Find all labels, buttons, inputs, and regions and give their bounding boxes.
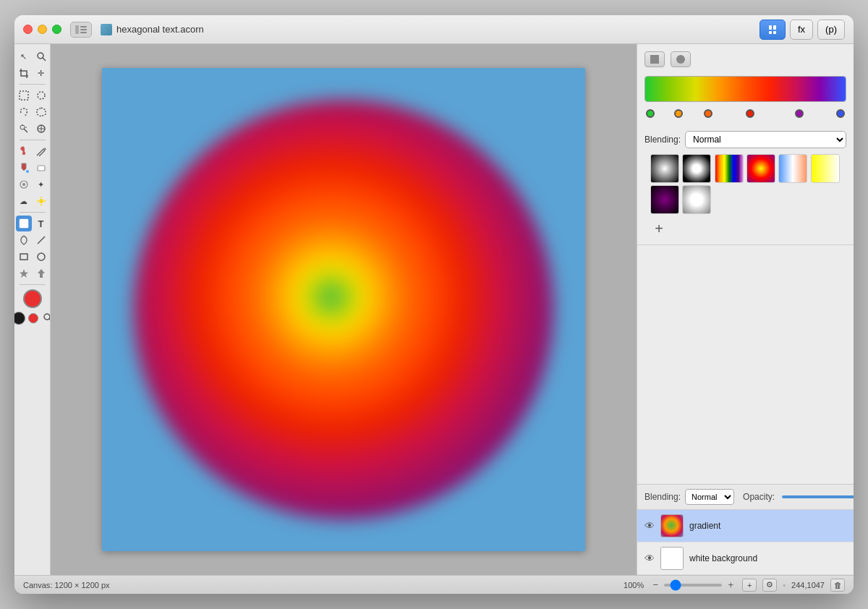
stop-marker-0[interactable]	[646, 109, 655, 118]
primary-color-swatch[interactable]	[23, 289, 42, 308]
tool-zoom[interactable]	[33, 48, 49, 64]
tool-magic-wand[interactable]	[16, 121, 32, 137]
statusbar: Canvas: 1200 × 1200 px 100% − + + ⚙ • 24…	[14, 575, 854, 594]
coordinates: 244,1047	[791, 581, 825, 589]
script-label: (p)	[825, 24, 837, 35]
zoom-slider-container: − +	[650, 579, 736, 590]
canvas-area[interactable]	[51, 44, 637, 575]
tools-panel-button[interactable]	[760, 20, 786, 40]
tool-paint-bucket[interactable]	[16, 160, 32, 176]
tool-rect-select[interactable]	[16, 88, 32, 103]
add-preset-button[interactable]: +	[650, 220, 668, 237]
script-button[interactable]: (p)	[817, 20, 845, 40]
left-toolbar: ↖ ✛	[14, 44, 51, 575]
preset-2[interactable]	[682, 154, 711, 183]
sidebar-toggle-button[interactable]	[70, 22, 92, 38]
minimize-button[interactable]	[38, 25, 47, 34]
maximize-button[interactable]	[52, 25, 61, 34]
secondary-color-swatch[interactable]	[14, 312, 25, 325]
tool-lighten[interactable]	[33, 193, 49, 209]
zoom-tool-small[interactable]	[43, 312, 51, 325]
tool-lasso[interactable]	[16, 104, 32, 120]
svg-line-9	[43, 58, 46, 61]
stop-marker-4[interactable]	[795, 109, 804, 118]
preset-3[interactable]	[715, 154, 744, 183]
stop-marker-3[interactable]	[746, 109, 754, 118]
tool-sparkle[interactable]: ✦	[33, 176, 49, 192]
stop-marker-2[interactable]	[704, 109, 712, 118]
tool-ellipse-select[interactable]	[33, 88, 49, 103]
canvas[interactable]	[102, 68, 585, 551]
tool-ellipse-draw[interactable]	[33, 249, 49, 265]
tool-pencil[interactable]	[33, 143, 49, 159]
gradient-layer	[134, 100, 553, 519]
add-layer-button[interactable]: +	[742, 579, 757, 592]
circle-shape-button[interactable]	[671, 51, 691, 67]
stop-marker-1[interactable]	[674, 109, 683, 118]
blending-opacity-row: Blending: Normal Multiply Screen Opacity…	[637, 485, 854, 510]
fx-button[interactable]: fx	[790, 20, 813, 40]
layer-gradient[interactable]: 👁 gradient	[637, 510, 854, 542]
stop-marker-5[interactable]	[836, 109, 845, 118]
tool-crop[interactable]	[16, 65, 32, 81]
preset-4[interactable]	[746, 154, 775, 183]
svg-line-31	[38, 237, 45, 244]
svg-rect-20	[22, 152, 25, 155]
preset-5[interactable]	[778, 154, 807, 183]
svg-rect-3	[80, 32, 87, 33]
tool-arrow[interactable]: ↖	[16, 48, 32, 64]
zoom-out-button[interactable]: −	[650, 579, 661, 590]
tool-cloud[interactable]: ☁	[16, 193, 32, 209]
svg-rect-10	[20, 91, 28, 100]
close-button[interactable]	[23, 25, 33, 34]
window-title: hexagonal text.acorn	[101, 24, 760, 35]
zoom-in-button[interactable]: +	[725, 579, 736, 590]
layer-visibility-white[interactable]: 👁	[644, 553, 655, 564]
preset-7[interactable]	[650, 185, 679, 214]
layer-name-gradient: gradient	[689, 521, 846, 531]
preset-1[interactable]	[650, 154, 679, 183]
tool-eyedropper[interactable]	[16, 143, 32, 159]
layer-visibility-gradient[interactable]: 👁	[644, 520, 655, 532]
tool-transform[interactable]: ✛	[33, 65, 49, 81]
svg-marker-34	[20, 269, 28, 278]
tool-star[interactable]	[16, 265, 32, 281]
swap-color-button[interactable]	[28, 313, 38, 323]
tool-smudge[interactable]	[16, 176, 32, 192]
gradient-stops[interactable]	[646, 108, 845, 122]
main-window: hexagonal text.acorn fx (p) ↖	[14, 15, 854, 594]
svg-rect-7	[773, 31, 776, 34]
tool-magic-select[interactable]	[33, 121, 49, 137]
settings-button[interactable]: ⚙	[762, 579, 777, 592]
layer-name-white: white background	[689, 553, 846, 563]
zoom-slider[interactable]	[664, 584, 722, 587]
square-shape-button[interactable]	[644, 51, 665, 67]
tool-eraser[interactable]	[33, 160, 49, 176]
opacity-slider[interactable]	[782, 495, 854, 498]
tool-text[interactable]: T	[33, 216, 49, 231]
svg-rect-37	[650, 55, 659, 64]
blending-row: Blending: Normal Multiply Screen Overlay	[644, 131, 846, 148]
layers-blending-select[interactable]: Normal Multiply Screen	[685, 489, 734, 505]
svg-rect-22	[38, 166, 45, 171]
zoom-level: 100%	[624, 581, 644, 589]
layer-white-background[interactable]: 👁 white background	[637, 542, 854, 575]
preset-6[interactable]	[811, 154, 840, 183]
gradient-bar[interactable]	[644, 76, 846, 102]
tool-rect-shape[interactable]	[16, 216, 32, 231]
tool-poly-lasso[interactable]	[33, 104, 49, 120]
delete-layer-button[interactable]: 🗑	[830, 579, 845, 592]
tool-rect-draw[interactable]	[16, 249, 32, 265]
svg-rect-30	[20, 219, 28, 228]
traffic-lights	[23, 25, 61, 34]
presets-grid	[644, 148, 846, 220]
blending-select[interactable]: Normal Multiply Screen Overlay	[685, 131, 846, 148]
tool-line[interactable]	[33, 232, 49, 248]
file-icon	[101, 24, 112, 35]
tool-pen[interactable]	[16, 232, 32, 248]
panel-spacer	[637, 245, 854, 484]
svg-rect-1	[80, 26, 87, 27]
right-panel: Blending: Normal Multiply Screen Overlay	[637, 44, 854, 575]
tool-arrow-up[interactable]	[33, 265, 49, 281]
preset-8[interactable]	[682, 185, 711, 214]
